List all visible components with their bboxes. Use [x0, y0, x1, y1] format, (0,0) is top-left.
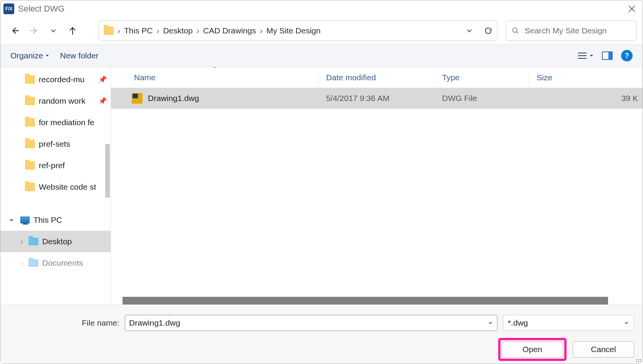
filter-value: *.dwg	[508, 318, 528, 328]
breadcrumb-sep: ›	[157, 26, 159, 35]
back-button[interactable]	[7, 22, 23, 39]
tree-item-website[interactable]: Website code st	[0, 176, 111, 198]
sidebar: recorded-mu📌 random work📌 for mediation …	[0, 67, 111, 304]
search-icon	[512, 27, 519, 35]
breadcrumb-cad[interactable]: CAD Drawings	[203, 26, 256, 35]
dwg-file-icon	[132, 93, 143, 104]
address-bar[interactable]: › This PC › Desktop › CAD Drawings › My …	[99, 20, 497, 41]
list-view-icon	[577, 52, 587, 60]
col-type[interactable]: Type	[434, 67, 529, 88]
preview-pane-button[interactable]	[602, 51, 613, 60]
tree-item-prefsets[interactable]: pref-sets	[0, 133, 111, 155]
file-date: 5/4/2017 9:36 AM	[318, 94, 434, 103]
breadcrumb-sep: ›	[118, 26, 120, 35]
chevron-down-icon	[50, 28, 56, 34]
tree-item-random[interactable]: random work📌	[0, 90, 111, 112]
chevron-down-icon	[466, 28, 472, 34]
cancel-button[interactable]: Cancel	[573, 341, 634, 357]
tree-item-recorded[interactable]: recorded-mu📌	[0, 69, 111, 90]
app-icon: F/X	[3, 3, 14, 14]
breadcrumb-sep: ›	[197, 26, 199, 35]
file-row[interactable]: Drawing1.dwg 5/4/2017 9:36 AM DWG File 3…	[111, 88, 643, 109]
folder-icon	[25, 97, 35, 105]
new-folder-button[interactable]: New folder	[60, 51, 98, 60]
search-placeholder: Search My Site Design	[525, 26, 607, 35]
caret-down-icon	[590, 54, 593, 58]
arrow-left-icon	[10, 26, 20, 36]
recent-dropdown[interactable]	[45, 22, 62, 39]
resize-grip[interactable]	[636, 357, 641, 362]
nav-row: › This PC › Desktop › CAD Drawings › My …	[0, 17, 643, 44]
col-date[interactable]: Date modified	[318, 67, 434, 88]
arrow-up-icon	[68, 26, 77, 35]
titlebar: F/X Select DWG	[0, 0, 643, 17]
tree-item-thispc[interactable]: This PC	[0, 209, 111, 231]
sidebar-scrollbar[interactable]	[105, 144, 110, 198]
refresh-icon	[484, 26, 492, 35]
arrow-right-icon	[29, 26, 39, 36]
help-button[interactable]: ?	[621, 50, 633, 61]
folder-icon	[25, 118, 35, 127]
chevron-down-icon	[488, 320, 493, 326]
sort-asc-icon: ⌃	[212, 67, 217, 72]
body: recorded-mu📌 random work📌 for mediation …	[0, 67, 643, 304]
pin-icon: 📌	[98, 97, 107, 105]
file-list-area: ⌃Name Date modified Type Size Drawing1.d…	[111, 67, 643, 304]
window-title: Select DWG	[18, 4, 65, 14]
tree-item-refpref[interactable]: ref-pref	[0, 155, 111, 176]
file-size: 39 K	[529, 94, 643, 103]
filename-label: File name:	[82, 318, 119, 328]
open-button[interactable]: Open	[502, 341, 563, 357]
filename-dropdown[interactable]	[488, 320, 493, 326]
folder-icon	[25, 161, 35, 170]
organize-menu[interactable]: Organize	[10, 51, 49, 60]
tree-item-desktop[interactable]: ›Desktop	[0, 231, 111, 252]
file-name: Drawing1.dwg	[148, 94, 199, 103]
file-type: DWG File	[434, 94, 529, 103]
close-button[interactable]	[624, 1, 640, 17]
file-type-filter[interactable]: *.dwg	[503, 315, 634, 331]
caret-down-icon	[45, 54, 49, 58]
filename-input[interactable]: Drawing1.dwg	[125, 315, 497, 331]
address-history-dropdown[interactable]	[466, 28, 472, 34]
tree-item-documents[interactable]: ›Documents	[0, 252, 111, 274]
chevron-down-icon	[624, 320, 629, 326]
folder-icon	[104, 26, 114, 35]
col-size[interactable]: Size	[529, 67, 643, 88]
tree-item-mediation[interactable]: for mediation fe	[0, 112, 111, 133]
folder-icon	[25, 183, 35, 191]
expand-icon[interactable]	[9, 217, 14, 223]
view-menu[interactable]	[577, 52, 593, 60]
horizontal-scrollbar[interactable]	[123, 297, 608, 304]
svg-rect-11	[608, 52, 612, 60]
preview-pane-icon	[602, 51, 613, 60]
filename-value: Drawing1.dwg	[129, 318, 180, 328]
up-button[interactable]	[64, 22, 81, 39]
svg-point-5	[513, 28, 517, 33]
column-headers: ⌃Name Date modified Type Size	[111, 67, 643, 88]
documents-icon	[28, 259, 38, 267]
pin-icon: 📌	[98, 75, 107, 84]
open-button-highlight: Open	[498, 338, 567, 361]
svg-line-6	[517, 32, 519, 34]
folder-icon	[25, 75, 35, 84]
breadcrumb-thispc[interactable]: This PC	[124, 26, 153, 35]
folder-icon	[25, 140, 35, 148]
col-name[interactable]: ⌃Name	[111, 67, 318, 88]
breadcrumb-desktop[interactable]: Desktop	[163, 26, 193, 35]
breadcrumb-sep: ›	[260, 26, 262, 35]
pc-icon	[20, 217, 30, 223]
footer: File name: Drawing1.dwg *.dwg Open Cance…	[0, 304, 643, 364]
expand-icon[interactable]: ›	[20, 258, 23, 268]
breadcrumb-site[interactable]: My Site Design	[266, 26, 320, 35]
file-open-dialog: F/X Select DWG › This PC › Desktop › CAD…	[0, 0, 643, 364]
forward-button[interactable]	[26, 22, 43, 39]
expand-icon[interactable]: ›	[20, 237, 23, 246]
refresh-button[interactable]	[484, 26, 492, 35]
toolbar: Organize New folder ?	[0, 44, 643, 67]
desktop-icon	[28, 238, 38, 245]
search-input[interactable]: Search My Site Design	[506, 20, 636, 41]
close-icon	[628, 5, 636, 13]
file-rows: Drawing1.dwg 5/4/2017 9:36 AM DWG File 3…	[111, 88, 643, 304]
